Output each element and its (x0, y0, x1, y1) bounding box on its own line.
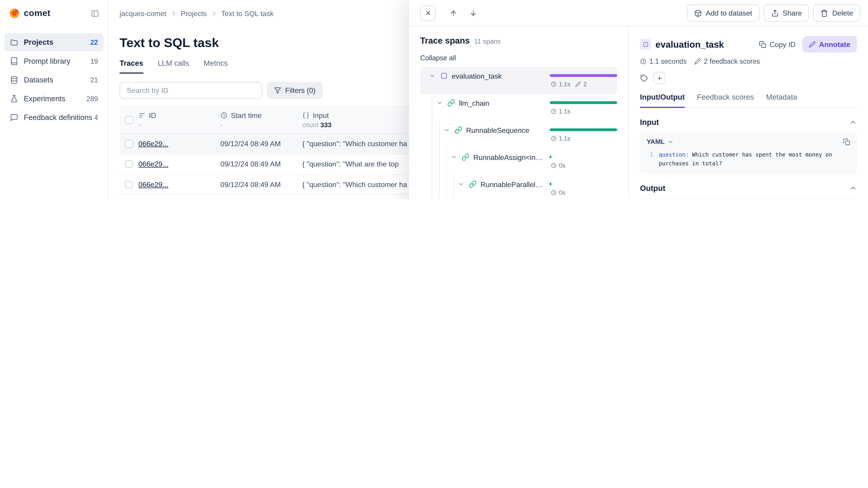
overlay-header: Add to dataset Share Delete (409, 0, 868, 27)
close-button[interactable] (420, 5, 436, 21)
column-header-id[interactable]: ID (149, 111, 156, 120)
code-text: question: Which customer has spent the m… (657, 151, 850, 168)
filters-label: Filters (0) (285, 86, 315, 95)
feedback-scores-text: 2 feedback scores (704, 58, 760, 65)
chain-icon (469, 180, 476, 188)
clock-icon (551, 162, 557, 168)
sidebar: comet Projects22Prompt library19Datasets… (0, 0, 108, 199)
line-number: 1 (647, 151, 653, 168)
sidebar-collapse-button[interactable] (88, 6, 101, 20)
tab-traces[interactable]: Traces (120, 59, 143, 74)
sidebar-item-experiments[interactable]: Experiments289 (4, 90, 103, 108)
message-icon (10, 113, 18, 122)
arrow-down-icon (469, 9, 477, 17)
sidebar-item-datasets[interactable]: Datasets21 (4, 71, 103, 89)
row-checkbox[interactable] (125, 140, 133, 148)
span-row-runnableparallel-in[interactable]: RunnableParallel<in...0s (420, 175, 617, 199)
add-to-dataset-label: Add to dataset (706, 9, 752, 17)
chevron-down-icon[interactable] (451, 154, 457, 160)
tab-input-output[interactable]: Input/Output (640, 93, 685, 108)
span-name: RunnableAssign<inpu... (473, 153, 550, 161)
next-trace-button[interactable] (467, 6, 480, 20)
span-row-evaluation-task[interactable]: evaluation_task1.1s2 (420, 67, 617, 94)
collapse-all-button[interactable]: Collapse all (420, 54, 456, 62)
panel-icon (90, 9, 99, 18)
tree-guide-line (439, 148, 439, 175)
span-duration: 1.1s (559, 108, 570, 115)
copy-icon[interactable] (843, 138, 850, 145)
tab-llm-calls[interactable]: LLM calls (158, 59, 189, 74)
span-row-llm-chain[interactable]: llm_chain1.1s (420, 94, 617, 121)
chevron-down-icon[interactable] (436, 100, 443, 106)
app-window: comet Projects22Prompt library19Datasets… (0, 0, 868, 199)
select-all-checkbox[interactable] (125, 116, 133, 124)
task-icon (440, 72, 448, 79)
breadcrumb-workspace[interactable]: jacques-comet (120, 9, 166, 18)
span-feedback-count: 2 (583, 81, 587, 88)
chevron-up-icon[interactable] (849, 119, 857, 126)
output-code-card: YAML 1output: |-2 SELECT c.FirstName, c.… (640, 198, 857, 199)
span-name: llm_chain (459, 99, 494, 107)
row-checkbox[interactable] (125, 181, 133, 188)
span-duration: 0s (559, 189, 565, 196)
sidebar-item-label: Experiments (24, 95, 65, 103)
tree-guide-line (446, 175, 447, 199)
row-checkbox[interactable] (125, 160, 133, 168)
search-input[interactable] (120, 82, 262, 99)
share-icon (771, 9, 779, 17)
span-name: RunnableParallel<in... (480, 180, 550, 188)
tree-guide-line (432, 148, 432, 175)
trace-id-link[interactable]: 066e29... (138, 180, 168, 189)
copy-id-button[interactable]: Copy ID (754, 38, 800, 51)
chevron-up-icon[interactable] (849, 184, 857, 192)
tree-guide-line (432, 94, 432, 121)
input-code-block: 1question: Which customer has spent the … (647, 151, 850, 168)
chain-icon (447, 99, 455, 107)
input-format-select[interactable]: YAML (647, 138, 674, 145)
trash-icon (820, 9, 828, 17)
sidebar-item-count: 4 (94, 113, 98, 121)
task-icon (640, 39, 651, 50)
comet-logo-icon (9, 8, 20, 19)
column-sub-start-time: - (220, 121, 297, 129)
trace-id-link[interactable]: 066e29... (138, 160, 168, 168)
clock-icon (551, 135, 557, 141)
span-detail-pane: evaluation_task Copy ID Annotate 1.1 sec… (629, 27, 868, 199)
breadcrumb-projects[interactable]: Projects (181, 9, 207, 18)
span-duration-text: 1.1 seconds (649, 58, 687, 65)
annotate-button[interactable]: Annotate (802, 36, 857, 53)
filters-button[interactable]: Filters (0) (267, 82, 322, 99)
span-name: evaluation_task (452, 72, 506, 80)
span-count: 11 spans (474, 38, 501, 45)
tag-icon[interactable] (640, 74, 648, 82)
chevron-down-icon[interactable] (458, 181, 464, 188)
column-header-start-time[interactable]: Start time (231, 111, 261, 120)
add-tag-button[interactable] (653, 72, 665, 84)
trace-start-time: 09/12/24 08:49 AM (220, 160, 302, 168)
tab-metrics[interactable]: Metrics (204, 59, 228, 74)
tab-feedback-scores[interactable]: Feedback scores (697, 93, 754, 108)
span-duration-bar (550, 74, 617, 77)
input-code-card: YAML 1question: Which customer has spent… (640, 132, 857, 174)
sidebar-item-count: 289 (86, 95, 98, 103)
list-icon (138, 112, 146, 119)
previous-trace-button[interactable] (447, 6, 460, 20)
span-duration-bar (550, 156, 617, 158)
span-duration: 0s (559, 162, 565, 169)
span-row-runnablesequence[interactable]: RunnableSequence1.1s (420, 121, 617, 148)
chevron-down-icon[interactable] (429, 72, 436, 79)
sidebar-item-projects[interactable]: Projects22 (4, 33, 103, 52)
column-header-input[interactable]: Input (313, 111, 329, 120)
add-to-dataset-button[interactable]: Add to dataset (687, 4, 759, 22)
sidebar-item-prompt-library[interactable]: Prompt library19 (4, 52, 103, 70)
share-button[interactable]: Share (764, 4, 809, 22)
sidebar-item-feedback-definitions[interactable]: Feedback definitions4 (4, 108, 103, 127)
trace-id-link[interactable]: 066e29... (138, 140, 168, 148)
span-row-runnableassign-inpu[interactable]: RunnableAssign<inpu...0s (420, 148, 617, 175)
detail-tabs: Input/Output Feedback scores Metadata (640, 93, 857, 108)
chevron-down-icon[interactable] (443, 127, 450, 133)
breadcrumb-current: Text to SQL task (221, 9, 274, 18)
clock-icon (220, 112, 228, 119)
tab-metadata[interactable]: Metadata (766, 93, 797, 108)
delete-button[interactable]: Delete (813, 4, 860, 22)
